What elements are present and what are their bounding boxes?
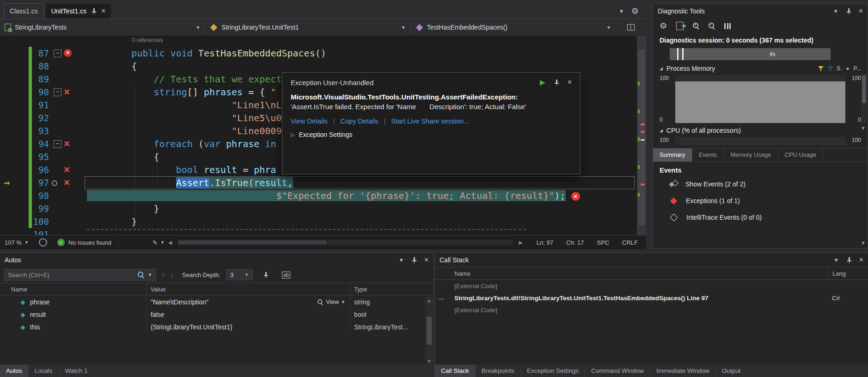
- diag-tab-events[interactable]: Events: [692, 148, 724, 161]
- tool-tab-locals[interactable]: Locals: [29, 365, 59, 377]
- horizontal-scrollbar[interactable]: [177, 240, 513, 245]
- reset-view-chart-icon[interactable]: [724, 23, 731, 29]
- code-line[interactable]: 100 }: [0, 215, 637, 228]
- call-stack-header[interactable]: Call Stack ▼ ×: [435, 253, 868, 267]
- continue-play-icon[interactable]: ▶: [540, 78, 545, 87]
- suggestions-pen-button[interactable]: ✎ ▼: [153, 239, 165, 246]
- zoom-in-icon[interactable]: +: [693, 23, 699, 29]
- session-timeline[interactable]: 4s: [670, 48, 831, 60]
- code-line[interactable]: 99 }: [0, 202, 637, 215]
- pin-panel-icon[interactable]: [846, 8, 851, 14]
- tool-tab-breakpoints[interactable]: Breakpoints: [476, 365, 521, 377]
- search-input[interactable]: Search (Ctrl+E) ▼: [4, 269, 156, 281]
- settings-gear-icon[interactable]: ⚙: [660, 21, 667, 31]
- scrollbar-thumb[interactable]: [427, 317, 432, 345]
- scrollbar-thumb[interactable]: [862, 75, 866, 103]
- close-panel-icon[interactable]: ×: [859, 7, 863, 15]
- call-stack-row[interactable]: [External Code]: [435, 304, 868, 316]
- event-row[interactable]: Show Events (2 of 2): [653, 176, 868, 192]
- editor-vertical-scrollbar[interactable]: [637, 36, 646, 235]
- chevron-down-icon[interactable]: ▼: [834, 257, 839, 263]
- fold-toggle-icon[interactable]: −: [54, 88, 61, 96]
- column-header-lang[interactable]: Lang: [828, 267, 868, 279]
- document-health-icon[interactable]: [39, 238, 47, 247]
- diag-tab-summary[interactable]: Summary: [653, 148, 692, 161]
- filter-funnel-icon[interactable]: [818, 66, 824, 72]
- chevron-down-icon[interactable]: ▼: [833, 8, 838, 14]
- code-line[interactable]: →97× Assert.IsTrue(result,: [0, 176, 637, 189]
- autos-header[interactable]: Autos ▼ ×: [0, 253, 433, 267]
- tab-unittest1[interactable]: UnitTest1.cs ×: [46, 4, 111, 19]
- scroll-right-icon[interactable]: ▶: [519, 240, 522, 246]
- pin-values-button[interactable]: [258, 269, 273, 281]
- codelens-references[interactable]: 0 references: [132, 37, 163, 43]
- popup-link-0[interactable]: View Details: [291, 117, 328, 125]
- tool-tab-command-window[interactable]: Command Window: [585, 365, 650, 377]
- project-dropdown[interactable]: StringLibraryTests ▼: [0, 21, 205, 34]
- tool-tab-immediate-window[interactable]: Immediate Window: [650, 365, 716, 377]
- member-dropdown[interactable]: TestHasEmbeddedSpaces() ▼: [411, 21, 616, 34]
- close-panel-icon[interactable]: ×: [424, 256, 428, 264]
- diagnostics-scrollbar[interactable]: [862, 74, 867, 124]
- code-line[interactable]: 101: [0, 228, 637, 235]
- zoom-out-icon[interactable]: −: [709, 23, 715, 29]
- column-header-name[interactable]: Name: [0, 283, 147, 295]
- chevron-down-icon[interactable]: ▼: [399, 257, 404, 263]
- pin-panel-icon[interactable]: [846, 257, 852, 263]
- code-line[interactable]: 98 $"Expected for '{phrase}': true; Actu…: [0, 189, 637, 202]
- scroll-down-icon[interactable]: ▼: [861, 125, 866, 131]
- tab-class1[interactable]: Class1.cs: [4, 3, 44, 19]
- scroll-down-icon[interactable]: ▼: [427, 358, 432, 364]
- close-popup-icon[interactable]: ×: [568, 79, 572, 86]
- pin-popup-icon[interactable]: [554, 79, 559, 86]
- chevron-down-icon[interactable]: ▼: [148, 272, 152, 277]
- search-prev-icon[interactable]: ↑: [162, 271, 165, 278]
- zoom-control[interactable]: 107 % ▼: [5, 239, 29, 246]
- cpu-section-header[interactable]: ◢ CPU (% of all processors): [653, 125, 868, 135]
- fold-toggle-icon[interactable]: −: [54, 49, 61, 57]
- scroll-left-icon[interactable]: ◀: [168, 240, 172, 246]
- popup-link-1[interactable]: Copy Details: [340, 117, 378, 125]
- autos-row[interactable]: ◈this{StringLibraryTest.UnitTest1}String…: [0, 321, 433, 333]
- scrollbar-thumb[interactable]: [178, 241, 326, 244]
- code-line[interactable]: 87−× public void TestHasEmbeddedSpaces(): [0, 47, 637, 60]
- call-stack-row[interactable]: →StringLibraryTests.dll!StringLibraryTes…: [435, 292, 868, 304]
- split-window-button[interactable]: [616, 21, 646, 34]
- exception-settings-expander[interactable]: ▷ Exception Settings: [291, 131, 572, 138]
- event-row[interactable]: Exceptions (1 of 1): [653, 192, 868, 209]
- autos-row[interactable]: ◈phrase"Name\tDescription"View▼string: [0, 296, 433, 308]
- search-depth-select[interactable]: 3 ▼: [226, 269, 253, 280]
- column-header-name[interactable]: Name: [447, 270, 828, 277]
- tool-tab-output[interactable]: Output: [716, 365, 747, 377]
- fold-toggle-icon[interactable]: −: [54, 140, 61, 148]
- tool-tab-autos[interactable]: Autos: [0, 365, 29, 377]
- export-icon[interactable]: [676, 22, 684, 30]
- diagnostic-tools-header[interactable]: Diagnostic Tools ▼ ×: [653, 4, 868, 18]
- tool-tab-watch-1[interactable]: Watch 1: [59, 365, 94, 377]
- close-panel-icon[interactable]: ×: [859, 256, 863, 264]
- search-icon[interactable]: [138, 272, 144, 278]
- type-dropdown[interactable]: StringLibraryTest.UnitTest1 ▼: [205, 21, 410, 34]
- scroll-down-icon[interactable]: ▼: [861, 240, 866, 246]
- window-list-chevron-icon[interactable]: ▼: [619, 8, 624, 14]
- value-view-button[interactable]: View▼: [317, 298, 345, 305]
- line-ending-indicator[interactable]: CRLF: [622, 239, 638, 246]
- call-stack-row[interactable]: [External Code]: [435, 280, 868, 292]
- diag-tab-cpu-usage[interactable]: CPU Usage: [778, 148, 824, 161]
- process-memory-section-header[interactable]: ◢ Process Memory ▽ S. ● P...: [653, 63, 868, 73]
- spaces-indicator[interactable]: SPC: [597, 239, 609, 246]
- event-row[interactable]: IntelliTrace Events (0 of 0): [653, 209, 868, 226]
- tool-tab-exception-settings[interactable]: Exception Settings: [521, 365, 585, 377]
- column-header-value[interactable]: Value: [147, 283, 350, 295]
- close-tab-icon[interactable]: ×: [101, 7, 105, 15]
- diag-tab-memory-usage[interactable]: Memory Usage: [724, 148, 778, 161]
- pin-panel-icon[interactable]: [411, 257, 417, 263]
- search-next-icon[interactable]: ↓: [171, 271, 174, 278]
- tab-options-gear-icon[interactable]: ⚙: [631, 6, 639, 16]
- column-header-type[interactable]: Type: [350, 283, 433, 295]
- scroll-up-icon[interactable]: ▲: [427, 298, 432, 303]
- popup-link-2[interactable]: Start Live Share session...: [391, 117, 469, 125]
- pin-tab-icon[interactable]: [91, 8, 97, 14]
- text-visualizer-button[interactable]: ab: [279, 269, 293, 281]
- autos-row[interactable]: ◈resultfalsebool: [0, 308, 433, 321]
